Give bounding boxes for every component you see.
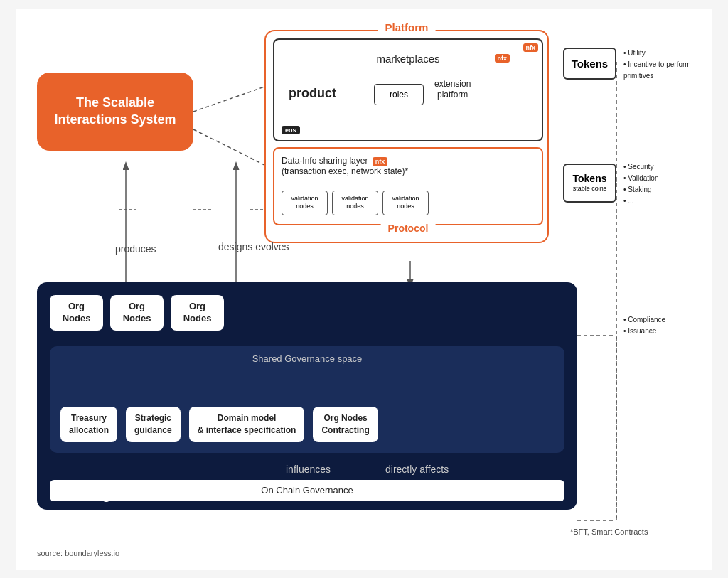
org-node-3: OrgNodes (171, 295, 224, 331)
validation-node-3: validation nodes (382, 191, 429, 215)
designs-evolves-text: designs evolves (218, 240, 289, 255)
security-bullet: • Security (623, 161, 658, 173)
validation-nodes-group: validation nodes validation nodes valida… (282, 191, 429, 215)
nfx-badge-data: nfx (373, 157, 388, 167)
data-info-title: Data-Info sharing layer nfx (transaction… (282, 156, 408, 178)
roles-box: roles (374, 84, 424, 105)
issuance-bullet: • Issuance (623, 326, 665, 337)
platform-box: Platform marketplaces product roles exte… (264, 30, 549, 243)
staking-bullet: • Staking (623, 184, 658, 196)
svg-line-9 (193, 129, 264, 165)
directly-affects-label: directly affects (385, 464, 449, 475)
validation-bullet: • Validation (623, 173, 658, 184)
strategic-guidance-box: Strategicguidance (126, 407, 181, 442)
stable-coins-label: stable coins (573, 185, 607, 193)
platform-label: Platform (378, 21, 436, 33)
org-title: The Organization (51, 484, 179, 503)
sis-label: The Scalable Interactions System (44, 95, 186, 128)
tokens-top-box: Tokens (563, 48, 616, 80)
org-node-1: OrgNodes (50, 295, 103, 331)
tokens-bottom-annotations: • Security • Validation • Staking • ... (623, 161, 658, 207)
org-box: OrgNodes OrgNodes OrgNodes Shared Govern… (37, 282, 577, 510)
platform-inner-top: marketplaces product roles extensionplat… (273, 38, 543, 141)
eos-badge: eos (282, 126, 300, 134)
produces-text: produces (115, 243, 156, 255)
validation-node-2: validation nodes (332, 191, 378, 215)
nfx-badge-1: nfx (523, 43, 539, 52)
marketplaces-label: marketplaces (376, 53, 439, 65)
shared-governance-label: Shared Governance space (252, 353, 363, 364)
dots-bullet: • ... (623, 196, 658, 207)
validation-node-1: validation nodes (282, 191, 328, 215)
sis-box: The Scalable Interactions System (37, 73, 193, 151)
source-label: source: boundaryless.io (37, 549, 119, 557)
data-info-box: Data-Info sharing layer nfx (transaction… (273, 147, 543, 225)
nfx-badge-2: nfx (495, 54, 510, 63)
tokens-bottom-box: Tokens stable coins (563, 164, 616, 203)
domain-model-box: Domain model& interface specification (189, 407, 305, 442)
org-nodes-row: OrgNodes OrgNodes OrgNodes (50, 295, 224, 331)
product-label: product (289, 86, 336, 101)
org-nodes-contracting-box: Org NodesContracting (313, 407, 378, 442)
utility-bullet: • Utility (623, 48, 712, 59)
svg-line-8 (193, 87, 264, 112)
canvas: The Scalable Interactions System Platfor… (16, 9, 712, 570)
influences-label: influences (286, 464, 331, 475)
compliance-bullet: • Compliance (623, 314, 665, 326)
protocol-label: Protocol (381, 223, 436, 234)
tokens-top-annotations: • Utility • Incentive to perform primiti… (623, 48, 712, 82)
extension-platform-label: extensionplatform (434, 79, 471, 101)
compliance-label: • Compliance • Issuance (623, 314, 665, 337)
bft-note: *BFT, Smart Contracts (570, 528, 648, 536)
shared-governance-box: Shared Governance space Treasuryallocati… (50, 346, 564, 453)
incentive-bullet: • Incentive to perform primitives (623, 59, 712, 82)
treasury-allocation-box: Treasuryallocation (60, 407, 117, 442)
governance-items: Treasuryallocation Strategicguidance Dom… (60, 407, 378, 442)
org-node-2: OrgNodes (110, 295, 164, 331)
